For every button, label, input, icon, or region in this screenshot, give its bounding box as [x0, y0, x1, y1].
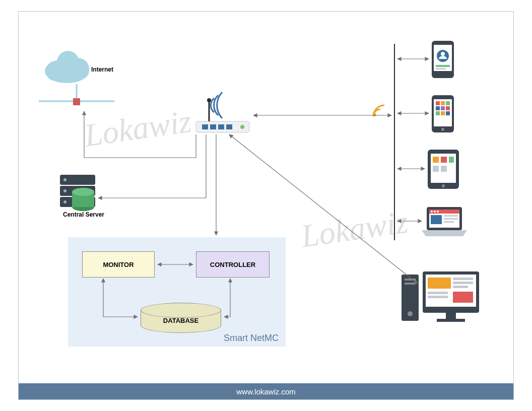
watermark: Lokawiz	[82, 103, 194, 155]
svg-point-23	[207, 98, 211, 102]
svg-rect-6	[73, 98, 80, 105]
database-cylinder: DATABASE	[141, 303, 221, 333]
internet-label: Internet	[91, 66, 113, 73]
svg-rect-37	[441, 106, 445, 110]
svg-point-55	[434, 211, 436, 213]
svg-point-56	[437, 211, 439, 213]
monitor-box: MONITOR	[82, 251, 155, 278]
tablet-icon	[428, 150, 459, 189]
svg-rect-29	[436, 65, 450, 67]
smart-netmc-panel: MONITOR CONTROLLER DATABASE Smart NetMC	[68, 237, 286, 347]
svg-rect-57	[431, 215, 442, 224]
wifi-signal-icon	[373, 105, 384, 116]
svg-rect-59	[444, 218, 458, 220]
svg-point-2	[67, 58, 89, 80]
smart-netmc-title: Smart NetMC	[224, 333, 279, 344]
svg-rect-67	[428, 278, 451, 289]
svg-rect-9	[60, 197, 95, 207]
router-icon	[196, 92, 249, 132]
svg-rect-32	[434, 99, 452, 126]
phone-contact-icon	[432, 41, 454, 78]
svg-rect-75	[437, 319, 465, 322]
svg-rect-34	[441, 101, 445, 105]
svg-point-13	[72, 203, 94, 211]
svg-point-10	[63, 178, 66, 181]
diagram-frame: Lokawiz Lokawiz Internet Central Server …	[18, 11, 514, 400]
footer-bar: www.lokawiz.com	[19, 383, 513, 399]
cloud-icon	[39, 51, 114, 105]
svg-rect-43	[428, 150, 459, 189]
svg-rect-49	[441, 166, 447, 172]
edge-router-server	[98, 134, 206, 198]
svg-rect-66	[426, 275, 476, 307]
svg-rect-47	[449, 157, 454, 163]
svg-rect-40	[441, 111, 445, 115]
svg-rect-19	[218, 124, 224, 129]
svg-point-1	[46, 61, 66, 81]
svg-point-50	[442, 184, 445, 187]
svg-rect-44	[431, 154, 456, 183]
svg-rect-26	[434, 45, 452, 71]
server-icon	[60, 175, 95, 211]
svg-point-21	[240, 125, 244, 129]
svg-rect-33	[436, 101, 440, 105]
svg-point-27	[437, 50, 449, 62]
desktop-icon	[402, 271, 479, 322]
svg-rect-72	[428, 296, 448, 298]
svg-rect-14	[72, 192, 94, 207]
svg-point-15	[72, 188, 94, 196]
svg-rect-60	[444, 221, 454, 223]
svg-rect-69	[453, 282, 473, 284]
svg-rect-48	[433, 166, 439, 172]
svg-rect-30	[436, 68, 446, 70]
svg-rect-51	[427, 207, 462, 230]
svg-point-11	[63, 189, 66, 192]
svg-rect-53	[429, 210, 459, 214]
svg-rect-61	[402, 275, 419, 321]
svg-point-28	[441, 52, 445, 56]
svg-rect-52	[429, 210, 459, 228]
watermark: Lokawiz	[299, 203, 411, 255]
phone-apps-icon	[432, 95, 454, 132]
database-label: DATABASE	[141, 317, 221, 324]
svg-rect-74	[446, 313, 456, 319]
svg-rect-36	[436, 106, 440, 110]
svg-rect-7	[60, 175, 95, 185]
svg-point-42	[441, 128, 444, 131]
edge-internet-router	[84, 134, 196, 158]
svg-rect-65	[423, 271, 479, 313]
svg-rect-35	[446, 101, 450, 105]
footer-url: www.lokawiz.com	[236, 387, 296, 396]
svg-rect-31	[432, 95, 454, 132]
svg-point-64	[408, 311, 413, 316]
svg-rect-46	[441, 157, 447, 163]
svg-rect-39	[436, 111, 440, 115]
central-server-label: Central Server	[63, 211, 104, 218]
svg-point-12	[63, 200, 66, 203]
svg-rect-62	[405, 279, 416, 281]
svg-rect-17	[202, 124, 208, 129]
svg-rect-20	[226, 124, 232, 129]
svg-rect-8	[60, 186, 95, 196]
svg-rect-38	[446, 106, 450, 110]
svg-point-24	[373, 113, 376, 116]
page: Lokawiz Lokawiz Internet Central Server …	[0, 0, 532, 411]
svg-rect-41	[446, 111, 450, 115]
svg-rect-63	[405, 283, 416, 285]
laptop-icon	[422, 207, 467, 236]
svg-rect-71	[428, 292, 448, 294]
svg-point-3	[57, 51, 79, 73]
svg-rect-18	[210, 124, 216, 129]
svg-rect-58	[444, 215, 458, 217]
controller-box: CONTROLLER	[196, 251, 270, 278]
svg-point-54	[431, 211, 433, 213]
svg-rect-45	[433, 157, 439, 163]
svg-rect-16	[196, 121, 249, 132]
svg-rect-73	[453, 292, 473, 303]
svg-rect-68	[453, 278, 473, 280]
svg-rect-70	[453, 286, 468, 288]
svg-rect-25	[432, 41, 454, 78]
svg-point-0	[45, 59, 89, 83]
